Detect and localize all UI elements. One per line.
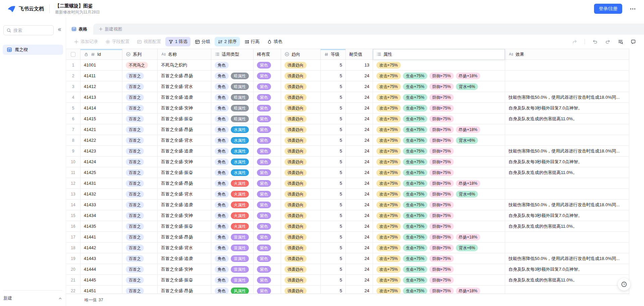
- collapse-sidebar-icon[interactable]: [56, 27, 63, 34]
- cell-effect[interactable]: [505, 189, 629, 199]
- cell-endurance[interactable]: 24: [346, 286, 373, 294]
- cell-name[interactable]: 百首之全盛·振奋: [158, 275, 211, 285]
- cell-id[interactable]: 41411: [80, 71, 122, 81]
- cell-trend[interactable]: 强袭趋向: [281, 157, 321, 167]
- cell-id[interactable]: 41435: [80, 221, 122, 231]
- cell-endurance[interactable]: 24: [346, 253, 373, 264]
- cell-level[interactable]: 5: [321, 275, 346, 285]
- row-number[interactable]: 1: [66, 60, 80, 70]
- cell-effect[interactable]: [505, 286, 629, 294]
- tab-grid-view[interactable]: 表格: [66, 24, 93, 35]
- cell-attrs[interactable]: 攻击+75%生命+75%防御+75%昂扬+18%: [373, 286, 505, 294]
- row-number[interactable]: 21: [66, 275, 80, 285]
- cell-effect[interactable]: 技能伤害降低50.0%，使用武器进行攻击时造成18.0%同...: [505, 92, 629, 102]
- cell-attrs[interactable]: 攻击+75%生命+75%防御+75%: [373, 264, 505, 274]
- sidebar-new-button[interactable]: 新建: [3, 295, 62, 301]
- cell-level[interactable]: 5: [321, 92, 346, 102]
- cell-types[interactable]: 角色火属性: [211, 178, 254, 188]
- cell-id[interactable]: 41414: [80, 103, 122, 113]
- cell-name[interactable]: 百首之全盛·昂扬: [158, 71, 211, 81]
- cell-endurance[interactable]: 24: [346, 178, 373, 188]
- cell-rarity[interactable]: 紫色: [254, 275, 281, 285]
- toolbar-sort-button[interactable]: 2 排序: [215, 37, 240, 46]
- column-header-types[interactable]: 适用类型: [211, 49, 254, 59]
- cell-rarity[interactable]: 紫色: [254, 286, 281, 294]
- cell-name[interactable]: 百首之全盛·背水: [158, 243, 211, 253]
- cell-types[interactable]: 角色雷属性: [211, 243, 254, 253]
- cell-name[interactable]: 百首之全盛·追袭: [158, 200, 211, 210]
- cell-effect[interactable]: [505, 178, 629, 188]
- cell-attrs[interactable]: 攻击+75%生命+75%防御+75%: [373, 200, 505, 210]
- cell-endurance[interactable]: 24: [346, 103, 373, 113]
- cell-effect[interactable]: [505, 60, 629, 70]
- cell-series[interactable]: 百首之: [122, 178, 158, 188]
- cell-level[interactable]: 5: [321, 81, 346, 92]
- cell-effect[interactable]: [505, 81, 629, 92]
- cell-attrs[interactable]: 攻击+75%生命+75%防御+75%背水+6%: [373, 135, 505, 145]
- cell-effect[interactable]: [505, 243, 629, 253]
- cell-rarity[interactable]: 紫色: [254, 232, 281, 242]
- cell-attrs[interactable]: 攻击+75%生命+75%防御+75%昂扬+18%: [373, 124, 505, 135]
- toolbar-field-config-button[interactable]: 字段配置: [102, 37, 132, 46]
- cell-name[interactable]: 百首之全盛·安神: [158, 264, 211, 274]
- cell-attrs[interactable]: 攻击+75%生命+75%防御+75%: [373, 253, 505, 264]
- column-header-id[interactable]: Id: [80, 49, 122, 59]
- cell-types[interactable]: 角色风属性: [211, 286, 254, 294]
- cell-series[interactable]: 百首之: [122, 135, 158, 145]
- column-header-level[interactable]: 等级: [321, 49, 346, 59]
- column-header-effect[interactable]: A效果: [505, 49, 629, 59]
- cell-types[interactable]: 角色火属性: [211, 200, 254, 210]
- cell-rarity[interactable]: 紫色: [254, 135, 281, 145]
- cell-endurance[interactable]: 24: [346, 232, 373, 242]
- toolbar-fill-color-button[interactable]: 填色: [264, 37, 285, 46]
- cell-level[interactable]: 5: [321, 114, 346, 124]
- cell-level[interactable]: 5: [321, 253, 346, 264]
- cell-trend[interactable]: 强袭趋向: [281, 92, 321, 102]
- cell-attrs[interactable]: 攻击+75%生命+75%防御+75%昂扬+18%: [373, 232, 505, 242]
- column-header-attrs[interactable]: 属性: [373, 49, 505, 59]
- cell-id[interactable]: 41001: [80, 60, 122, 70]
- cell-name[interactable]: 百首之全盛·昂扬: [158, 286, 211, 294]
- cell-level[interactable]: 5: [321, 264, 346, 274]
- cell-attrs[interactable]: 攻击+75%生命+75%防御+75%背水+6%: [373, 243, 505, 253]
- search-input[interactable]: [13, 28, 42, 33]
- cell-name[interactable]: 百首之全盛·安神: [158, 157, 211, 167]
- help-button[interactable]: ?: [618, 278, 630, 291]
- cell-trend[interactable]: 强袭趋向: [281, 135, 321, 145]
- cell-types[interactable]: 角色雷属性: [211, 253, 254, 264]
- cell-endurance[interactable]: 24: [346, 167, 373, 178]
- cell-series[interactable]: 百首之: [122, 243, 158, 253]
- cell-attrs[interactable]: 攻击+75%生命+75%防御+75%: [373, 146, 505, 156]
- cell-level[interactable]: 5: [321, 167, 346, 178]
- cell-endurance[interactable]: 24: [346, 135, 373, 145]
- cell-trend[interactable]: 强袭趋向: [281, 124, 321, 135]
- cell-effect[interactable]: [505, 135, 629, 145]
- row-number[interactable]: 6: [66, 114, 80, 124]
- row-number[interactable]: 20: [66, 264, 80, 274]
- cell-series[interactable]: 百首之: [122, 114, 158, 124]
- cell-attrs[interactable]: 攻击+75%生命+75%防御+75%: [373, 103, 505, 113]
- column-header-trend[interactable]: 趋向: [281, 49, 321, 59]
- cell-effect[interactable]: [505, 232, 629, 242]
- cell-level[interactable]: 5: [321, 178, 346, 188]
- cell-series[interactable]: 百首之: [122, 221, 158, 231]
- cell-endurance[interactable]: 24: [346, 157, 373, 167]
- cell-rarity[interactable]: 紫色: [254, 157, 281, 167]
- cell-series[interactable]: 百首之: [122, 157, 158, 167]
- cell-types[interactable]: 角色雷属性: [211, 264, 254, 274]
- cell-rarity[interactable]: 紫色: [254, 264, 281, 274]
- cell-level[interactable]: 5: [321, 232, 346, 242]
- cell-level[interactable]: 5: [321, 71, 346, 81]
- login-register-button[interactable]: 登录/注册: [594, 4, 622, 14]
- cell-id[interactable]: 41422: [80, 135, 122, 145]
- cell-trend[interactable]: 强袭趋向: [281, 275, 321, 285]
- toolbar-group-button[interactable]: 分组: [192, 37, 213, 46]
- cell-series[interactable]: 百首之: [122, 232, 158, 242]
- cell-trend[interactable]: 强袭趋向: [281, 243, 321, 253]
- redo-icon[interactable]: [605, 39, 610, 44]
- table-search-icon[interactable]: [618, 39, 623, 44]
- cell-attrs[interactable]: 攻击+75%生命+75%防御+75%: [373, 114, 505, 124]
- row-number[interactable]: 8: [66, 135, 80, 145]
- row-number[interactable]: 18: [66, 243, 80, 253]
- cell-attrs[interactable]: 攻击+75%: [373, 60, 505, 70]
